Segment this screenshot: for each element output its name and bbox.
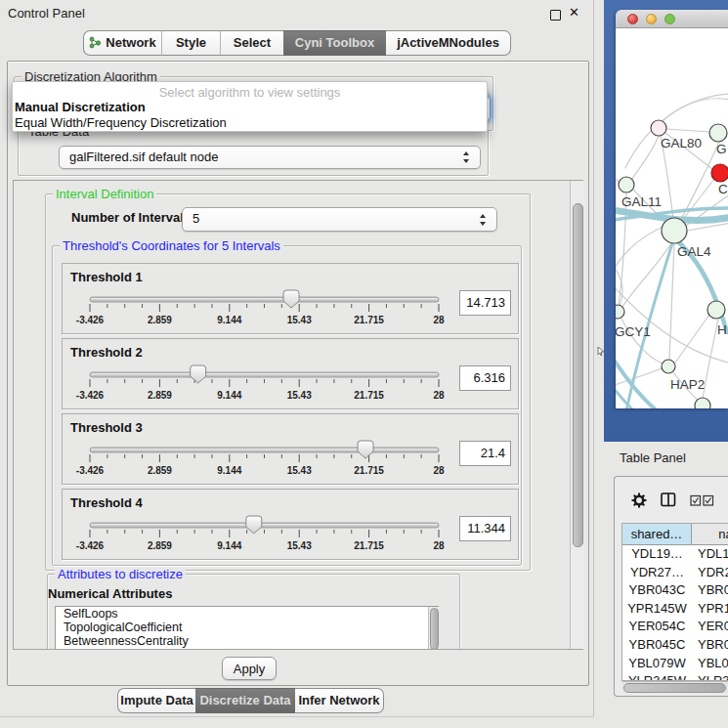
network-node[interactable] (619, 177, 634, 193)
svg-text:9.144: 9.144 (217, 390, 241, 401)
interval-definition-label: Interval Definition (53, 187, 156, 201)
number-of-intervals-combobox[interactable]: 5 (182, 207, 497, 232)
threshold-label: Threshold 3 (70, 420, 143, 435)
columns-icon[interactable] (661, 492, 676, 507)
network-edge (632, 136, 659, 179)
tab-label: Impute Data (120, 693, 193, 707)
tab-impute-data[interactable]: Impute Data (117, 688, 195, 713)
network-edge (669, 243, 674, 360)
network-canvas[interactable]: GAL80GCGAL11GAL4GCY1HHAP2 (616, 28, 728, 408)
threshold-row-1: Threshold 1-3.4262.8599.14415.4321.71528… (62, 263, 519, 334)
table-row[interactable]: YLR345WYLR3 (622, 672, 728, 681)
settings-scroll-pane: Interval Definition Number of Intervals … (13, 180, 583, 650)
threshold-value-field[interactable]: 14.713 (459, 290, 511, 316)
list-item[interactable]: SelfLoops (56, 607, 438, 621)
network-node[interactable] (709, 124, 727, 142)
table-cell: YER0 (692, 618, 728, 636)
network-node-label: GAL80 (661, 136, 702, 150)
tab-jactivemnodules[interactable]: jActiveMNodules (386, 30, 511, 56)
zoom-traffic-light[interactable] (664, 14, 675, 24)
threshold-value-field[interactable]: 21.4 (459, 441, 511, 466)
threshold-slider[interactable]: -3.4262.8599.14415.4321.71528 (64, 289, 463, 334)
attributes-group-label: Attributes to discretize (55, 567, 186, 581)
table-cell: YBR045C (622, 636, 692, 655)
network-node[interactable] (707, 301, 725, 319)
table-row[interactable]: YBR043CYBR0 (622, 581, 728, 600)
network-node[interactable] (616, 305, 624, 319)
close-traffic-light[interactable] (627, 14, 638, 24)
list-item[interactable]: BetweennessCentrality (56, 634, 438, 648)
threshold-slider[interactable]: -3.4262.8599.14415.4321.71528 (64, 364, 463, 409)
svg-text:-3.426: -3.426 (76, 315, 105, 325)
tab-cyni-toolbox[interactable]: Cyni Toolbox (283, 30, 386, 56)
panel-vertical-scrollbar[interactable] (570, 181, 584, 649)
popup-item-equal-width-frequency-discretization[interactable]: Equal Width/Frequency Discretization (13, 115, 487, 131)
popup-placeholder-item[interactable]: Select algorithm to view settings (13, 85, 487, 100)
table-cell: YBL0 (692, 655, 728, 673)
table-horizontal-scrollbar[interactable] (622, 681, 728, 693)
tab-label: Discretize Data (199, 693, 290, 707)
network-node-label: G (716, 142, 727, 156)
table-cell: YDR27… (622, 564, 692, 582)
screenshot-stage: Control Panel ✕ NetworkStyleSelectCyni T… (0, 0, 728, 728)
tab-label: Cyni Toolbox (295, 35, 374, 50)
apply-button[interactable]: Apply (222, 657, 277, 680)
svg-text:28: 28 (433, 390, 445, 401)
network-node-label: GAL11 (621, 194, 662, 209)
gear-icon[interactable] (631, 492, 647, 508)
network-node[interactable] (662, 218, 687, 243)
popup-item-manual-discretization[interactable]: Manual Discretization (13, 100, 487, 115)
network-graph: GAL80GCGAL11GAL4GCY1HHAP2 (616, 28, 728, 408)
table-column-header[interactable]: na (692, 524, 728, 545)
tab-network[interactable]: Network (83, 30, 161, 56)
threshold-slider[interactable]: -3.4262.8599.14415.4321.71528 (64, 515, 463, 560)
tab-select[interactable]: Select (220, 30, 283, 56)
table-column-header[interactable]: shared… (622, 524, 692, 545)
network-node-label: HAP2 (670, 377, 705, 392)
threshold-row-2: Threshold 2-3.4262.8599.14415.4321.71528… (62, 338, 519, 409)
minimize-traffic-light[interactable] (646, 14, 657, 24)
table-row[interactable]: YDR27…YDR2 (622, 564, 728, 582)
network-node[interactable] (662, 360, 675, 373)
algorithm-dropdown-popup: Select algorithm to view settings Manual… (12, 81, 488, 132)
top-tab-bar: NetworkStyleSelectCyni ToolboxjActiveMNo… (83, 30, 511, 56)
network-node[interactable] (695, 398, 710, 408)
checkbox-icon[interactable] (690, 494, 703, 506)
threshold-row-3: Threshold 3-3.4262.8599.14415.4321.71528… (62, 413, 519, 485)
float-window-icon[interactable] (550, 10, 561, 21)
table-data-combobox-value: galFiltered.sif default node (69, 150, 218, 164)
table-row[interactable]: YBR045CYBR0 (622, 636, 728, 655)
tab-label: Network (106, 35, 155, 50)
network-node[interactable] (651, 120, 666, 136)
threshold-value-field[interactable]: 6.316 (459, 365, 511, 391)
table-data-combobox[interactable]: galFiltered.sif default node (59, 146, 481, 169)
network-node[interactable] (711, 164, 728, 182)
tab-infer-network[interactable]: Infer Network (295, 688, 384, 713)
threshold-value-field[interactable]: 11.344 (459, 516, 511, 541)
close-icon[interactable]: ✕ (569, 5, 579, 20)
table-row[interactable]: YBL079WYBL0 (622, 655, 728, 673)
network-node-label: C (718, 182, 728, 196)
checkbox-icon[interactable] (703, 494, 715, 506)
numerical-attributes-list[interactable]: SelfLoopsTopologicalCoefficientBetweenne… (55, 606, 439, 650)
tab-discretize-data[interactable]: Discretize Data (195, 688, 295, 713)
table-panel-title: Table Panel (620, 450, 686, 465)
node-attribute-table[interactable]: shared…naYDL19…YDL1YDR27…YDR2YBR043CYBR0… (621, 523, 728, 681)
table-cell: YBR043C (622, 581, 692, 600)
table-cell: YPR145W (622, 600, 692, 619)
list-item[interactable]: TopologicalCoefficient (56, 621, 438, 634)
table-row[interactable]: YDL19…YDL1 (622, 545, 728, 564)
tab-style[interactable]: Style (161, 30, 220, 56)
number-of-intervals-label: Number of Intervals (71, 210, 191, 225)
svg-text:2.859: 2.859 (148, 390, 172, 401)
threshold-slider[interactable]: -3.4262.8599.14415.4321.71528 (64, 440, 463, 485)
attributes-list-scrollbar[interactable] (428, 607, 439, 650)
table-row[interactable]: YER054CYER0 (622, 618, 728, 636)
network-edge (681, 179, 714, 222)
tab-label: jActiveMNodules (397, 35, 499, 50)
table-row[interactable]: YPR145WYPR1 (622, 600, 728, 619)
tab-label: Style (176, 35, 206, 50)
network-window-titlebar[interactable] (616, 10, 728, 28)
network-edge (616, 174, 620, 182)
svg-text:15.43: 15.43 (287, 315, 312, 325)
